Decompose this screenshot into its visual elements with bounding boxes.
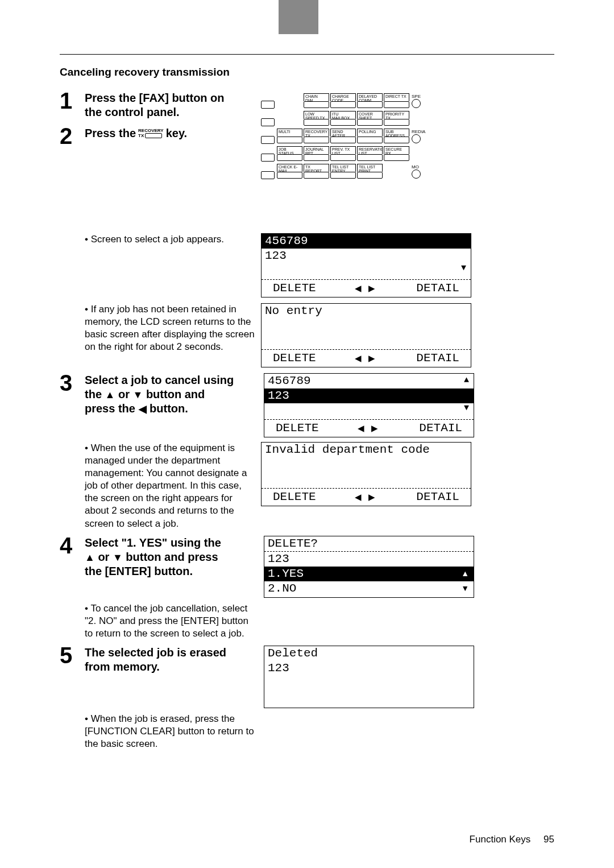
lcd-no-entry-text: No entry — [265, 304, 322, 318]
s3-btnand: button and — [146, 388, 205, 400]
panel-key: MULTI — [277, 129, 302, 143]
step-number-4: 4 — [60, 534, 85, 557]
step2-press: Press the — [85, 126, 136, 140]
bullet-2-text: If any job has not been retained in memo… — [85, 303, 255, 367]
lcd-invalid-dept: Invalid department code DELETE ◀ ▶ DETAI… — [261, 442, 471, 506]
recovery-tx-key-icon: RECOVERY TX — [138, 129, 164, 138]
triangle-down-icon: ▼ — [461, 263, 466, 274]
control-panel-diagram: CHAIN DIAL COMMCHARGE CODEDELAYED COMMDI… — [261, 91, 554, 228]
panel-key: DIRECT TX — [384, 93, 409, 108]
panel-key-label: LOW SPEED TX — [304, 111, 329, 119]
panel-key: LOW SPEED TX — [304, 111, 329, 126]
recovery-label: RECOVERY — [138, 128, 164, 133]
panel-key-label: PRIORITY TX — [384, 111, 409, 119]
panel-key: SUB ADDRESS COMM — [384, 129, 409, 143]
panel-key-label: SECURE RX — [384, 146, 409, 154]
panel-key: JOURNAL RPT. — [304, 146, 329, 161]
panel-key: PREV. TX LIST — [330, 146, 356, 161]
triangle-up-icon: ▲ — [464, 375, 469, 386]
panel-key-label: SEND AFTER SCAN — [330, 129, 356, 137]
step-5: 5 The selected job is erased from memory… — [60, 646, 554, 708]
panel-key-button — [277, 154, 302, 161]
lcd-delete-q: DELETE? — [268, 536, 318, 551]
panel-key-button — [304, 119, 329, 126]
page-tab — [279, 0, 318, 34]
panel-key-button — [357, 137, 383, 143]
lcd-job-123: 123 — [268, 661, 289, 675]
step-1-2: 1 Press the [FAX] button on the control … — [60, 91, 554, 228]
panel-key-button — [304, 101, 329, 108]
bullet-4-text: To cancel the job cancellation, select "… — [85, 602, 255, 640]
lcd-detail-softkey: DETAIL — [416, 281, 459, 295]
page-content: Canceling recovery transmission 1 Press … — [60, 54, 554, 822]
lcd-detail-softkey: DETAIL — [416, 351, 459, 365]
s3-l1: Select a job to cancel using — [85, 374, 234, 386]
lcd-deleted: Deleted 123 — [264, 646, 474, 708]
lcd-invalid-text: Invalid department code — [265, 443, 430, 457]
panel-key: RESERVATION LIST — [357, 146, 383, 161]
step-number-3: 3 — [60, 371, 85, 394]
step-number-5: 5 — [60, 644, 85, 667]
panel-key-button — [357, 154, 383, 161]
panel-key-label: SUB ADDRESS COMM — [384, 129, 409, 137]
page-footer: Function Keys 95 — [470, 834, 554, 845]
triangle-down-icon: ▼ — [113, 552, 123, 563]
panel-key: PRIORITY TX — [384, 111, 409, 126]
lcd-yes-option: 1.YES — [268, 567, 304, 581]
lcd-delete-softkey: DELETE — [276, 421, 319, 435]
panel-key: CHECK E-MAIL — [277, 164, 302, 179]
tx-label: TX — [138, 134, 144, 138]
s3-the: the — [85, 388, 102, 400]
panel-key-button — [330, 154, 356, 161]
panel-key-button — [330, 101, 356, 108]
panel-key-button — [277, 172, 302, 179]
panel-key-label: TEL LIST ENTRY — [330, 164, 356, 172]
s4-btnpress: button and press — [126, 551, 218, 563]
lcd-delete-softkey: DELETE — [273, 490, 316, 504]
side-key — [261, 101, 275, 109]
lcd-job-select-2: 456789 123 ▲ ▼ DELETE ◀ ▶ DETAIL — [264, 373, 474, 437]
step-1-2-text: Press the [FAX] button on the control pa… — [85, 91, 255, 147]
side-key — [261, 171, 275, 179]
section-title: Canceling recovery transmission — [60, 66, 554, 78]
s5-l1: The selected job is erased — [85, 646, 226, 659]
panel-key: TX REPORT — [304, 164, 329, 179]
nav-left-right-icon: ◀ ▶ — [355, 353, 377, 363]
panel-key-button — [277, 137, 302, 143]
panel-key-button — [357, 172, 383, 179]
panel-key: DELAYED COMM — [357, 93, 383, 108]
panel-key-label: CHAIN DIAL COMM — [304, 93, 329, 101]
s5-l2: from memory. — [85, 660, 160, 673]
panel-key: CHARGE CODE — [330, 93, 356, 108]
panel-key: POLLING — [357, 129, 383, 143]
lcd-job-123: 123 — [268, 388, 289, 403]
nav-left-right-icon: ◀ ▶ — [355, 283, 377, 294]
triangle-up-icon: ▲ — [461, 569, 469, 578]
panel-key-button — [304, 154, 329, 161]
side-key — [261, 154, 275, 162]
triangle-down-icon: ▼ — [133, 389, 143, 400]
panel-key-label: ITU MAILBOX — [330, 111, 356, 119]
lcd-deleted-text: Deleted — [268, 646, 318, 660]
side-key — [261, 118, 275, 126]
panel-key-button — [357, 119, 383, 126]
lcd-detail-softkey: DETAIL — [419, 421, 462, 435]
step-4: 4 Select "1. YES" using the ▲ or ▼ butto… — [60, 536, 554, 598]
panel-key: TEL LIST ENTRY — [330, 164, 356, 179]
panel-key-button — [384, 119, 409, 126]
s4-enter: the [ENTER] button. — [85, 565, 193, 577]
triangle-up-icon: ▲ — [85, 552, 95, 563]
bullet-3: When the use of the equipment is managed… — [85, 442, 554, 530]
lcd-job-456789: 456789 — [265, 234, 308, 248]
panel-key-button — [384, 101, 409, 108]
panel-key-button — [384, 137, 409, 143]
panel-key-label: RECOVERY TX — [304, 129, 329, 137]
s3-or: or — [118, 388, 130, 400]
lcd-delete-confirm: DELETE? 123 1.YES▲ 2.NO▼ — [264, 536, 474, 598]
bullet-4: To cancel the job cancellation, select "… — [85, 602, 554, 640]
panel-key-label: TEL LIST PRINT — [357, 164, 383, 172]
triangle-up-icon: ▲ — [461, 235, 466, 246]
lcd-job-select: 456789 123 ▲ ▼ DELETE ◀ ▶ DETAIL — [261, 233, 471, 297]
panel-key-label: DIRECT TX — [384, 93, 409, 101]
panel-key: ITU MAILBOX — [330, 111, 356, 126]
